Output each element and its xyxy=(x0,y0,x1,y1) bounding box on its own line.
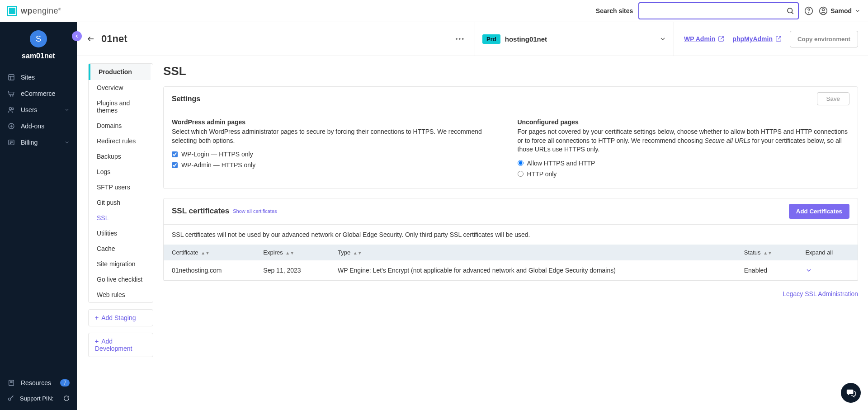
collapse-sidebar-button[interactable] xyxy=(72,31,82,41)
radio-http-row[interactable]: HTTP only xyxy=(518,170,850,178)
nav-users[interactable]: Users xyxy=(0,102,77,118)
subnav-item[interactable]: Go live checklist xyxy=(89,272,153,287)
nav-resources[interactable]: Resources 7 xyxy=(0,375,77,391)
certificates-note: SSL certificates will not be used by our… xyxy=(164,225,858,245)
more-button[interactable]: ••• xyxy=(455,35,465,42)
legacy-ssl-link[interactable]: Legacy SSL Administration xyxy=(163,290,858,297)
show-all-link[interactable]: Show all certificates xyxy=(233,208,277,214)
subnav-item[interactable]: SSL xyxy=(89,210,153,226)
sort-icon: ▲▼ xyxy=(201,250,210,255)
radio-http[interactable] xyxy=(518,171,524,177)
search-box[interactable] xyxy=(638,2,799,19)
chevron-down-icon xyxy=(64,107,70,113)
subnav-item[interactable]: Cache xyxy=(89,241,153,256)
radio-allow[interactable] xyxy=(518,160,524,166)
radio-allow-row[interactable]: Allow HTTPS and HTTP xyxy=(518,160,850,167)
subnav-item[interactable]: SFTP users xyxy=(89,179,153,195)
svg-point-12 xyxy=(12,108,14,109)
wp-admin-checkbox-row[interactable]: WP-Admin — HTTPS only xyxy=(172,161,504,169)
nav-label: eCommerce xyxy=(21,90,55,97)
site-title: 01net xyxy=(101,33,127,45)
page-body: SSL Settings Save WordPress admin pages … xyxy=(153,56,868,410)
user-icon xyxy=(819,6,828,15)
certificates-title: SSL certificates xyxy=(172,207,229,216)
svg-point-5 xyxy=(822,9,825,11)
search-input[interactable] xyxy=(643,7,786,14)
phpmyadmin-link[interactable]: phpMyAdmin xyxy=(732,35,782,42)
env-badge: Prd xyxy=(482,34,500,44)
main-nav: Sites eCommerce Users Add-ons Billing xyxy=(0,69,77,371)
user-menu[interactable]: Samod xyxy=(819,6,861,15)
col-expires[interactable]: Expires ▲▼ xyxy=(255,245,330,260)
subnav-item[interactable]: Logs xyxy=(89,164,153,179)
col-certificate[interactable]: Certificate ▲▼ xyxy=(164,245,255,260)
certificates-card: SSL certificates Show all certificates A… xyxy=(163,198,858,281)
account-name: sam01net xyxy=(0,52,77,60)
subnav-item[interactable]: Site migration xyxy=(89,256,153,272)
col-status[interactable]: Status ▲▼ xyxy=(736,245,797,260)
support-label: Support PIN: xyxy=(20,395,53,402)
subnav-item[interactable]: Git push xyxy=(89,195,153,210)
addons-icon xyxy=(7,123,15,130)
svg-point-3 xyxy=(809,13,809,13)
logo[interactable]: wpengine® xyxy=(7,6,61,16)
search-icon[interactable] xyxy=(786,7,794,15)
help-icon[interactable] xyxy=(804,6,813,15)
chevron-down-icon xyxy=(659,35,666,42)
wp-admin-link[interactable]: WP Admin xyxy=(684,35,724,42)
back-arrow[interactable] xyxy=(87,35,95,43)
expires-cell: Sep 11, 2023 xyxy=(255,260,330,281)
env-tab-production[interactable]: Production xyxy=(89,64,151,80)
col-expand[interactable]: Expand all xyxy=(797,245,858,260)
main-sidebar: S sam01net Sites eCommerce Users Add-ons xyxy=(0,22,77,410)
nav-billing[interactable]: Billing xyxy=(0,134,77,151)
avatar: S xyxy=(30,30,47,47)
sites-icon xyxy=(7,74,15,81)
nav-ecommerce[interactable]: eCommerce xyxy=(0,85,77,102)
resources-icon xyxy=(7,379,15,386)
sort-icon: ▲▼ xyxy=(285,250,294,255)
subnav-item[interactable]: Utilities xyxy=(89,226,153,241)
wp-admin-desc: Select which WordPress administrator pag… xyxy=(172,127,504,145)
ecommerce-icon xyxy=(7,90,15,97)
col-type[interactable]: Type ▲▼ xyxy=(330,245,736,260)
nav-label: Add-ons xyxy=(21,123,44,130)
env-name: hosting01net xyxy=(505,35,547,43)
subnav-item[interactable]: Redirect rules xyxy=(89,133,153,149)
certificates-table: Certificate ▲▼ Expires ▲▼ Type ▲▼ Status… xyxy=(164,245,858,281)
users-icon xyxy=(7,106,15,113)
refresh-icon[interactable] xyxy=(63,395,70,401)
nav-addons[interactable]: Add-ons xyxy=(0,118,77,134)
save-button[interactable]: Save xyxy=(817,92,849,105)
svg-rect-6 xyxy=(9,75,14,80)
wp-admin-checkbox[interactable] xyxy=(172,162,178,168)
add-staging-link[interactable]: +Add Staging xyxy=(89,310,153,326)
wp-login-checkbox[interactable] xyxy=(172,151,178,157)
cert-cell: 01nethosting.com xyxy=(164,260,255,281)
copy-environment-button[interactable]: Copy environment xyxy=(790,31,858,47)
subnav-item[interactable]: Overview xyxy=(89,80,153,95)
radio-label: HTTP only xyxy=(527,170,557,178)
billing-icon xyxy=(7,139,15,146)
subnav-item[interactable]: Web rules xyxy=(89,287,153,302)
subnav-item[interactable]: Plugins and themes xyxy=(89,95,153,118)
external-link-icon xyxy=(718,36,724,42)
subnav-item[interactable]: Backups xyxy=(89,149,153,164)
wp-login-checkbox-row[interactable]: WP-Login — HTTPS only xyxy=(172,151,504,158)
add-certificates-button[interactable]: Add Certificates xyxy=(789,204,849,219)
add-development-link[interactable]: +Add Development xyxy=(89,333,153,357)
resources-badge: 7 xyxy=(60,379,70,386)
subnav-item[interactable]: Domains xyxy=(89,118,153,133)
environment-sidebar: Production OverviewPlugins and themesDom… xyxy=(77,56,153,410)
nav-sites[interactable]: Sites xyxy=(0,69,77,85)
chat-fab[interactable] xyxy=(841,383,861,403)
radio-label: Allow HTTPS and HTTP xyxy=(527,160,595,167)
account-block: S sam01net xyxy=(0,22,77,66)
sort-icon: ▲▼ xyxy=(763,250,772,255)
settings-title: Settings xyxy=(172,95,200,103)
unconfigured-desc: For pages not covered by your certificat… xyxy=(518,127,850,154)
expand-row-button[interactable] xyxy=(805,267,849,274)
environment-selector[interactable]: Prd hosting01net xyxy=(475,22,674,56)
page-title: SSL xyxy=(163,64,858,78)
logo-icon xyxy=(7,6,17,16)
